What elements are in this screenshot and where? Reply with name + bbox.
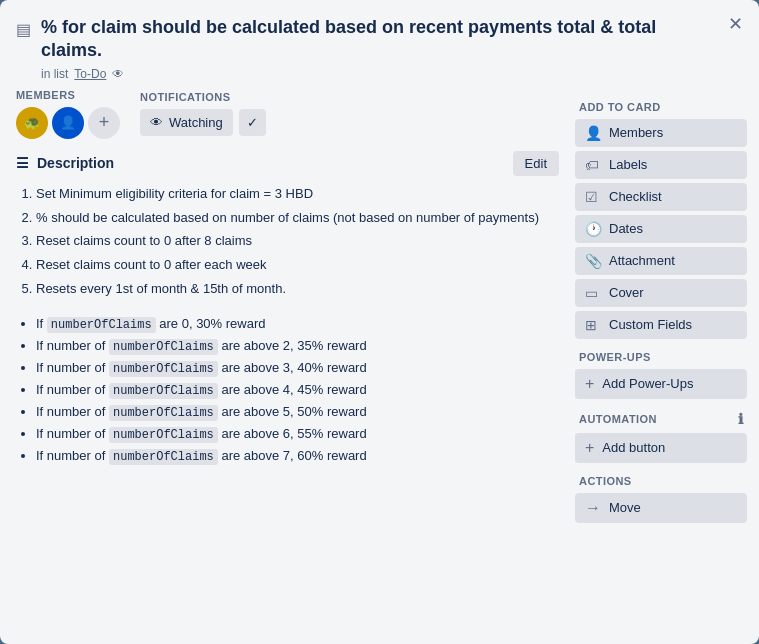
bullet-prefix-2: If number of (36, 360, 109, 375)
title-area: % for claim should be calculated based o… (41, 16, 719, 81)
plus-icon-power: + (585, 375, 594, 393)
members-btn-label: Members (609, 125, 663, 140)
cover-btn-label: Cover (609, 285, 644, 300)
avatar-2[interactable]: 👤 (52, 107, 84, 139)
code-3: numberOfClaims (109, 383, 218, 399)
checklist-icon: ☑ (585, 189, 601, 205)
plus-icon-auto: + (585, 439, 594, 457)
eye-icon: 👁 (150, 115, 163, 130)
automation-title-row: Automation ℹ (575, 411, 747, 427)
info-icon: ℹ (738, 411, 743, 427)
watch-button[interactable]: 👁 Watching (140, 109, 233, 136)
bullet-item-5: If number of numberOfClaims are above 6,… (36, 424, 559, 444)
description-title-row: ☰ Description (16, 155, 114, 171)
sidebar: Add to card 👤 Members 🏷 Labels ☑ Checkli… (575, 89, 747, 628)
list-item: Reset claims count to 0 after each week (36, 255, 559, 276)
members-meta: Members 🐢 👤 + (16, 89, 120, 139)
bullet-prefix-3: If number of (36, 382, 109, 397)
add-power-ups-label: Add Power-Ups (602, 376, 693, 391)
modal: ✕ ▤ % for claim should be calculated bas… (0, 0, 759, 644)
notifications-label: Notifications (140, 91, 266, 103)
close-icon: ✕ (728, 13, 743, 35)
checklist-sidebar-button[interactable]: ☑ Checklist (575, 183, 747, 211)
main-content: Members 🐢 👤 + Notifications (12, 89, 563, 628)
edit-button[interactable]: Edit (513, 151, 559, 176)
watch-check-button[interactable]: ✓ (239, 109, 266, 136)
custom-fields-btn-label: Custom Fields (609, 317, 692, 332)
actions-title: Actions (575, 475, 747, 487)
bullet-item-2: If number of numberOfClaims are above 3,… (36, 358, 559, 378)
notifications-meta: Notifications 👁 Watching ✓ (140, 91, 266, 136)
bullet-suffix-3: are above 4, 45% reward (218, 382, 367, 397)
move-button[interactable]: → Move (575, 493, 747, 523)
members-label: Members (16, 89, 120, 101)
bullet-prefix-1: If number of (36, 338, 109, 353)
close-button[interactable]: ✕ (721, 10, 749, 38)
list-item: Reset claims count to 0 after 8 claims (36, 231, 559, 252)
custom-fields-sidebar-button[interactable]: ⊞ Custom Fields (575, 311, 747, 339)
add-button-button[interactable]: + Add button (575, 433, 747, 463)
code-6: numberOfClaims (109, 449, 218, 465)
in-list-label: in list (41, 67, 68, 81)
automation-label: Automation (579, 413, 657, 425)
attachment-btn-label: Attachment (609, 253, 675, 268)
dates-sidebar-button[interactable]: 🕐 Dates (575, 215, 747, 243)
labels-icon: 🏷 (585, 157, 601, 173)
avatar-1-icon: 🐢 (24, 115, 40, 130)
bullet-item-1: If number of numberOfClaims are above 2,… (36, 336, 559, 356)
check-icon: ✓ (247, 115, 258, 130)
meta-row: Members 🐢 👤 + Notifications (12, 89, 563, 151)
bullet-prefix-0: If (36, 316, 47, 331)
bullet-item-4: If number of numberOfClaims are above 5,… (36, 402, 559, 422)
description-icon: ☰ (16, 155, 29, 171)
labels-btn-label: Labels (609, 157, 647, 172)
bullet-item-3: If number of numberOfClaims are above 4,… (36, 380, 559, 400)
cover-icon: ▭ (585, 285, 601, 301)
attachment-sidebar-button[interactable]: 📎 Attachment (575, 247, 747, 275)
code-4: numberOfClaims (109, 405, 218, 421)
list-item: Set Minimum eligibility criteria for cla… (36, 184, 559, 205)
cover-sidebar-button[interactable]: ▭ Cover (575, 279, 747, 307)
bullet-suffix-0: are 0, 30% reward (156, 316, 266, 331)
add-power-ups-button[interactable]: + Add Power-Ups (575, 369, 747, 399)
dates-icon: 🕐 (585, 221, 601, 237)
members-icon: 👤 (585, 125, 601, 141)
add-button-label: Add button (602, 440, 665, 455)
description-title: Description (37, 155, 114, 171)
attachment-icon: 📎 (585, 253, 601, 269)
card-title: % for claim should be calculated based o… (41, 16, 719, 63)
move-icon: → (585, 499, 601, 517)
add-member-button[interactable]: + (88, 107, 120, 139)
description-header: ☰ Description Edit (12, 151, 563, 176)
code-0: numberOfClaims (47, 317, 156, 333)
add-to-card-title: Add to card (575, 101, 747, 113)
bullet-suffix-6: are above 7, 60% reward (218, 448, 367, 463)
list-item: % should be calculated based on number o… (36, 208, 559, 229)
code-1: numberOfClaims (109, 339, 218, 355)
checklist-btn-label: Checklist (609, 189, 662, 204)
watching-label: Watching (169, 115, 223, 130)
modal-body: Members 🐢 👤 + Notifications (0, 89, 759, 644)
bullet-item-6: If number of numberOfClaims are above 7,… (36, 446, 559, 466)
description-content: Set Minimum eligibility criteria for cla… (12, 184, 563, 466)
bullet-suffix-4: are above 5, 50% reward (218, 404, 367, 419)
members-sidebar-button[interactable]: 👤 Members (575, 119, 747, 147)
avatar-2-icon: 👤 (60, 115, 76, 130)
avatar-1[interactable]: 🐢 (16, 107, 48, 139)
bullet-prefix-6: If number of (36, 448, 109, 463)
bullet-suffix-1: are above 2, 35% reward (218, 338, 367, 353)
bullet-prefix-4: If number of (36, 404, 109, 419)
modal-header: ▤ % for claim should be calculated based… (0, 0, 759, 89)
bullet-item-0: If numberOfClaims are 0, 30% reward (36, 314, 559, 334)
list-link[interactable]: To-Do (74, 67, 106, 81)
code-5: numberOfClaims (109, 427, 218, 443)
labels-sidebar-button[interactable]: 🏷 Labels (575, 151, 747, 179)
custom-fields-icon: ⊞ (585, 317, 601, 333)
bullet-suffix-2: are above 3, 40% reward (218, 360, 367, 375)
list-item: Resets every 1st of month & 15th of mont… (36, 279, 559, 300)
bullet-suffix-5: are above 6, 55% reward (218, 426, 367, 441)
card-icon: ▤ (16, 20, 31, 39)
watch-icon-small: 👁 (112, 67, 124, 81)
code-2: numberOfClaims (109, 361, 218, 377)
move-label: Move (609, 500, 641, 515)
